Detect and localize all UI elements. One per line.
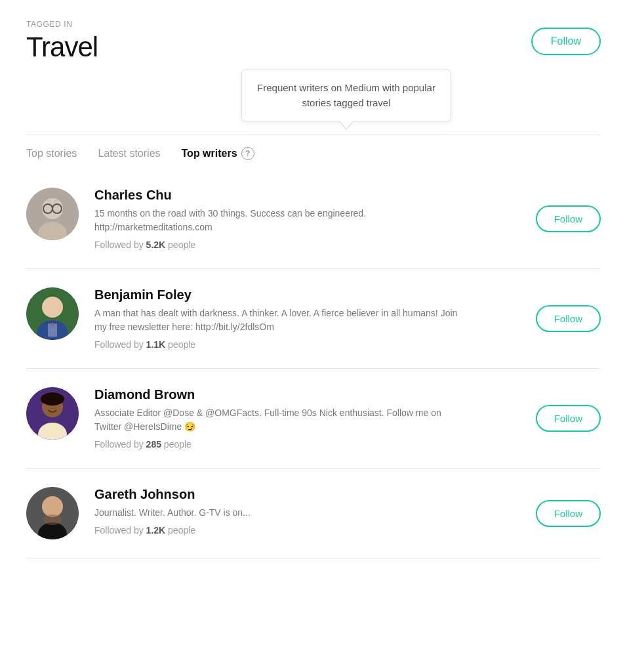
- follow-button-benjamin-foley[interactable]: Follow: [536, 305, 601, 332]
- writer-bio-diamond-brown: Associate Editor @Dose & @OMGFacts. Full…: [94, 406, 462, 434]
- title-section: TAGGED IN Travel: [26, 20, 98, 63]
- avatar-charles-chu: [26, 188, 79, 240]
- svg-point-16: [42, 496, 63, 517]
- writers-list: Charles Chu 15 months on the road with 3…: [26, 169, 601, 558]
- avatar-gareth-johnson: [26, 487, 79, 539]
- info-icon[interactable]: ?: [241, 147, 254, 160]
- writer-followers-charles-chu: Followed by 5.2K people: [94, 240, 520, 250]
- writer-bio-gareth-johnson: Journalist. Writer. Author. G-TV is on..…: [94, 506, 462, 520]
- writer-info-gareth-johnson: Gareth Johnson Journalist. Writer. Autho…: [94, 487, 520, 536]
- writer-name-gareth-johnson: Gareth Johnson: [94, 487, 520, 502]
- writer-name-diamond-brown: Diamond Brown: [94, 387, 520, 402]
- writer-info-charles-chu: Charles Chu 15 months on the road with 3…: [94, 188, 520, 250]
- followers-count-charles: 5.2K: [146, 240, 166, 250]
- writer-item-benjamin-foley: Benjamin Foley A man that has dealt with…: [26, 269, 601, 369]
- header: TAGGED IN Travel Follow: [26, 20, 601, 63]
- followers-count-diamond: 285: [146, 439, 161, 450]
- followers-count-benjamin: 1.1K: [146, 339, 166, 350]
- writer-bio-benjamin-foley: A man that has dealt with darkness. A th…: [94, 306, 462, 334]
- tagged-in-label: TAGGED IN: [26, 20, 98, 29]
- writer-item-gareth-johnson: Gareth Johnson Journalist. Writer. Autho…: [26, 469, 601, 558]
- tabs-container: Top stories Latest stories Top writers ?: [26, 135, 601, 163]
- followers-count-gareth: 1.2K: [146, 525, 166, 536]
- writer-item-charles-chu: Charles Chu 15 months on the road with 3…: [26, 169, 601, 269]
- tab-top-writers[interactable]: Top writers ?: [182, 147, 254, 163]
- writer-name-benjamin-foley: Benjamin Foley: [94, 287, 520, 303]
- svg-point-7: [42, 297, 63, 318]
- tooltip-wrapper: Frequent writers on Medium with popular …: [92, 70, 601, 121]
- writer-followers-benjamin-foley: Followed by 1.1K people: [94, 339, 520, 350]
- tab-top-stories[interactable]: Top stories: [26, 148, 77, 162]
- writer-followers-gareth-johnson: Followed by 1.2K people: [94, 525, 520, 536]
- avatar-diamond-brown: [26, 387, 79, 440]
- tooltip-box: Frequent writers on Medium with popular …: [241, 70, 451, 121]
- avatar-benjamin-foley: [26, 287, 79, 340]
- writer-followers-diamond-brown: Followed by 285 people: [94, 439, 520, 450]
- svg-point-18: [43, 514, 62, 525]
- follow-button-charles-chu[interactable]: Follow: [536, 205, 601, 232]
- writer-info-diamond-brown: Diamond Brown Associate Editor @Dose & @…: [94, 387, 520, 450]
- follow-button-diamond-brown[interactable]: Follow: [536, 405, 601, 432]
- tooltip-text: Frequent writers on Medium with popular …: [257, 82, 435, 108]
- page-title: Travel: [26, 32, 98, 63]
- writer-info-benjamin-foley: Benjamin Foley A man that has dealt with…: [94, 287, 520, 350]
- main-follow-button[interactable]: Follow: [531, 28, 601, 55]
- follow-button-gareth-johnson[interactable]: Follow: [536, 500, 601, 527]
- tab-latest-stories[interactable]: Latest stories: [98, 148, 160, 162]
- svg-point-14: [41, 392, 64, 406]
- writer-bio-charles-chu: 15 months on the road with 30 things. Su…: [94, 207, 462, 234]
- tab-top-writers-label: Top writers: [182, 148, 237, 159]
- writer-name-charles-chu: Charles Chu: [94, 188, 520, 203]
- writer-item-diamond-brown: Diamond Brown Associate Editor @Dose & @…: [26, 369, 601, 469]
- page-container: TAGGED IN Travel Follow Frequent writers…: [0, 0, 627, 578]
